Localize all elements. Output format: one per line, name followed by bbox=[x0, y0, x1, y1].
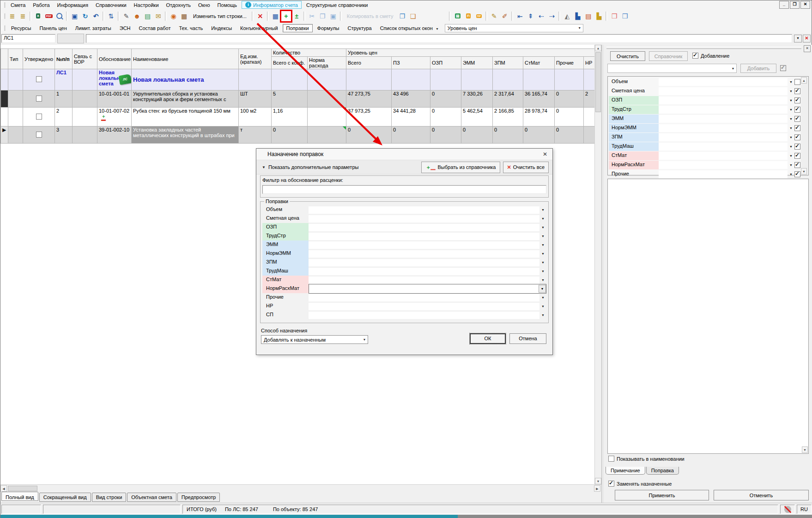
chevron-down-icon[interactable] bbox=[788, 117, 794, 120]
row-checkbox[interactable] bbox=[794, 107, 800, 113]
chevron-down-icon[interactable] bbox=[788, 80, 794, 84]
search-icon[interactable] bbox=[55, 11, 64, 21]
cell-num[interactable]: 3 bbox=[55, 126, 73, 144]
change-row-type-button[interactable]: Изменить тип строки... bbox=[189, 12, 250, 20]
approved-checkbox[interactable] bbox=[23, 108, 55, 126]
row-checkbox[interactable] bbox=[794, 116, 800, 122]
name-box-input[interactable]: ЛС1 bbox=[1, 34, 55, 43]
chevron-down-icon[interactable] bbox=[539, 235, 546, 238]
cell-justification[interactable]: Новая локальная смета ЛС bbox=[97, 69, 132, 90]
cell-qty[interactable]: 5 bbox=[272, 90, 308, 108]
tab-formuly[interactable]: Формулы bbox=[314, 24, 343, 32]
row-value-combo[interactable] bbox=[659, 170, 788, 178]
scroll-up-icon[interactable]: ▲ bbox=[801, 77, 807, 84]
cell-nr[interactable] bbox=[584, 108, 594, 126]
row-checkbox[interactable] bbox=[794, 88, 800, 94]
plus-minus-icon[interactable]: ± bbox=[292, 11, 302, 21]
chevron-down-icon[interactable] bbox=[788, 136, 794, 139]
row-value-combo[interactable] bbox=[659, 133, 788, 141]
clear-all-button[interactable]: ✕ Очистить все bbox=[503, 162, 549, 173]
compass-badge-icon[interactable]: ✎ bbox=[121, 11, 131, 21]
approved-checkbox[interactable] bbox=[23, 69, 55, 90]
row-value-combo[interactable] bbox=[659, 78, 788, 86]
chevron-down-icon[interactable] bbox=[539, 270, 546, 273]
menu-otdohnut[interactable]: Отдохнуть bbox=[163, 2, 195, 8]
tab-limit-zatraty[interactable]: Лимит. затраты bbox=[72, 24, 115, 32]
chevron-down-icon[interactable] bbox=[788, 163, 794, 167]
menu-rabota[interactable]: Работа bbox=[29, 2, 53, 8]
excel-export-icon[interactable]: X bbox=[33, 11, 43, 21]
pdf-export-icon[interactable]: PDF bbox=[44, 11, 54, 21]
menu-spravochniki[interactable]: Справочники bbox=[92, 2, 130, 8]
list-item[interactable]: ЗПМ bbox=[609, 133, 800, 142]
chevron-down-icon[interactable] bbox=[788, 173, 794, 176]
panel-grip[interactable] bbox=[606, 47, 801, 49]
cell-emm[interactable]: 0 bbox=[461, 126, 493, 144]
cell-norm[interactable] bbox=[308, 108, 346, 126]
row-checkbox[interactable] bbox=[794, 134, 800, 140]
row-value-combo[interactable] bbox=[659, 161, 788, 169]
chevron-down-icon[interactable] bbox=[788, 99, 794, 102]
tab-primechanie[interactable]: Примечание bbox=[606, 467, 645, 475]
table-row-3[interactable]: ▶ 3 39-01-002-10 Установка закладных час… bbox=[1, 126, 595, 144]
table-row-2[interactable]: 2 10-01-007-02 ＋▬ Рубка стен: из брусьев… bbox=[1, 108, 595, 126]
expand-formula-button[interactable]: ▾ bbox=[794, 35, 802, 42]
list-item[interactable]: НормЭММ bbox=[609, 124, 800, 133]
field-combo[interactable] bbox=[309, 303, 539, 310]
menu-nastroyki[interactable]: Настройки bbox=[130, 2, 163, 8]
row-selector[interactable] bbox=[1, 90, 8, 108]
truck-materials-icon[interactable]: ▙ bbox=[594, 11, 604, 21]
list-item[interactable]: НормРасхМат bbox=[609, 161, 800, 169]
row-checkbox[interactable] bbox=[794, 153, 800, 159]
chevron-down-icon[interactable] bbox=[539, 296, 546, 299]
copy-stack-icon[interactable]: ❐ bbox=[397, 11, 407, 21]
chevron-down-icon[interactable] bbox=[539, 217, 546, 220]
page-p-icon[interactable]: П bbox=[463, 11, 473, 21]
cell-ozp[interactable]: 0 bbox=[430, 90, 461, 108]
language-indicator[interactable]: RU bbox=[797, 505, 812, 514]
indent-icon[interactable]: ⇢ bbox=[547, 11, 557, 21]
cell-emm[interactable]: 5 462,54 bbox=[461, 108, 493, 126]
chevron-down-icon[interactable] bbox=[539, 252, 546, 255]
cell-zpm[interactable]: 0 bbox=[493, 126, 523, 144]
toolbar-grip[interactable] bbox=[2, 2, 5, 8]
list-item[interactable]: Объем bbox=[609, 78, 800, 86]
open-windows-dropdown[interactable]: Список открытых окон ▼ bbox=[376, 24, 442, 32]
chevron-down-icon[interactable]: ▼ bbox=[576, 26, 583, 30]
row-checkbox[interactable] bbox=[794, 171, 800, 177]
scroll-down-icon[interactable]: ▼ bbox=[595, 478, 601, 484]
cell-vsego[interactable]: 47 273,75 bbox=[346, 90, 392, 108]
chevron-down-icon[interactable]: ▼ bbox=[361, 338, 368, 341]
row-checkbox[interactable] bbox=[794, 79, 800, 85]
clear-formula-button[interactable]: ✕ bbox=[803, 35, 811, 42]
field-combo[interactable] bbox=[309, 233, 539, 240]
chevron-down-icon[interactable]: ▼ bbox=[539, 285, 546, 293]
cancel-button[interactable]: Отменить bbox=[714, 490, 809, 500]
cell-vsego[interactable]: 0 bbox=[346, 126, 392, 144]
layers-blue-icon[interactable]: ❒ bbox=[620, 11, 630, 21]
bricks-icon[interactable]: ▤ bbox=[583, 11, 593, 21]
notes-area[interactable]: ▼ bbox=[607, 179, 809, 454]
field-combo[interactable] bbox=[309, 250, 539, 258]
cell-stmat[interactable]: 28 978,74 bbox=[523, 108, 555, 126]
panel-close-icon[interactable]: ✕ bbox=[804, 45, 811, 52]
comment-badge-icon[interactable]: ✉ bbox=[153, 11, 163, 21]
dialog-cancel-button[interactable]: Отмена bbox=[509, 333, 546, 344]
row-selector[interactable] bbox=[1, 69, 8, 90]
save-icon[interactable]: ▣ bbox=[70, 11, 79, 21]
indent-first-icon[interactable]: ⇤ bbox=[515, 11, 525, 21]
chevron-down-icon[interactable] bbox=[539, 261, 546, 264]
cell-pz[interactable]: 34 441,28 bbox=[392, 108, 430, 126]
field-combo[interactable] bbox=[309, 224, 539, 231]
row-value-combo[interactable] bbox=[659, 152, 788, 160]
outdent-icon[interactable]: ⇠ bbox=[536, 11, 546, 21]
field-combo[interactable] bbox=[309, 277, 539, 284]
calculator-icon[interactable]: ▦ bbox=[271, 11, 280, 21]
tree-view-icon[interactable]: ≣ bbox=[7, 11, 17, 21]
cell-tip[interactable] bbox=[8, 126, 23, 144]
field-combo[interactable] bbox=[309, 215, 539, 223]
row-checkbox[interactable] bbox=[794, 97, 800, 103]
field-combo[interactable] bbox=[309, 268, 539, 275]
row-checkbox[interactable] bbox=[794, 162, 800, 168]
current-row-marker[interactable]: ▶ bbox=[1, 126, 8, 144]
